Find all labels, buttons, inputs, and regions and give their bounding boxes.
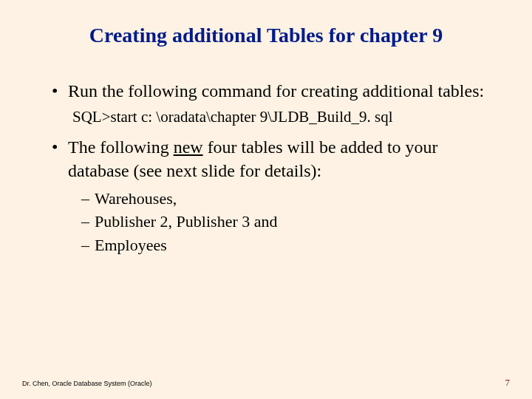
bullet-marker: • (52, 136, 68, 182)
bullet-text-underlined: new (174, 137, 203, 157)
command-line: SQL>start c: \oradata\chapter 9\JLDB_Bui… (72, 107, 495, 127)
slide-content: • Run the following command for creating… (52, 80, 495, 259)
dash-marker: – (81, 235, 95, 256)
dash-marker: – (81, 211, 95, 233)
sub-item: – Employees (81, 235, 495, 256)
slide: Creating additional Tables for chapter 9… (0, 0, 532, 399)
sub-item-text: Employees (95, 235, 167, 256)
bullet-marker: • (52, 80, 68, 103)
bullet-item: • The following new four tables will be … (52, 136, 495, 182)
bullet-item: • Run the following command for creating… (52, 80, 495, 103)
sub-item-text: Publisher 2, Publisher 3 and (95, 211, 278, 233)
bullet-text: The following new four tables will be ad… (68, 136, 495, 182)
bullet-text: Run the following command for creating a… (68, 80, 495, 103)
footer-author: Dr. Chen, Oracle Database System (Oracle… (22, 380, 152, 387)
bullet-text-pre: The following (68, 137, 174, 157)
sub-item: – Warehouses, (81, 188, 495, 210)
sub-item-text: Warehouses, (95, 188, 177, 210)
sub-item: – Publisher 2, Publisher 3 and (81, 211, 495, 233)
page-number: 7 (505, 377, 511, 389)
dash-marker: – (81, 188, 95, 210)
sub-list: – Warehouses, – Publisher 2, Publisher 3… (81, 188, 495, 256)
slide-title: Creating additional Tables for chapter 9 (0, 24, 532, 47)
